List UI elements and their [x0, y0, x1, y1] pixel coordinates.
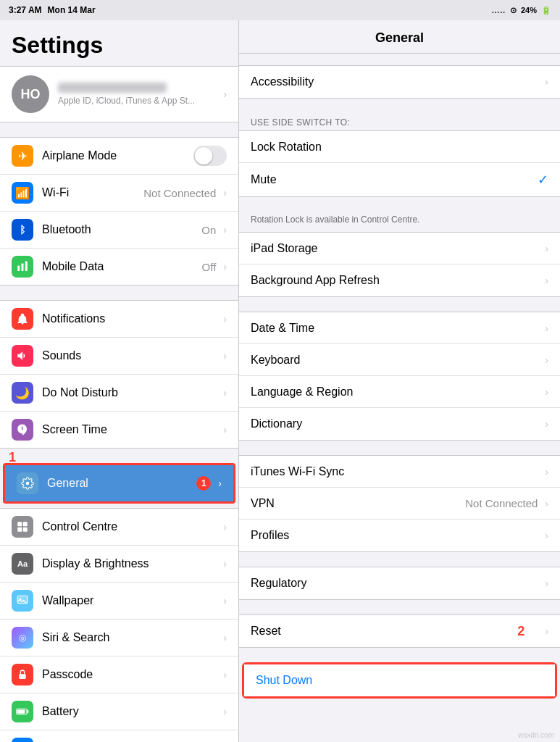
avatar: HO [12, 75, 49, 113]
battery: 24% [521, 6, 537, 14]
siri-icon: ◎ [12, 627, 33, 649]
general-label: General [47, 477, 196, 490]
sidebar-item-passcode[interactable]: Passcode › [0, 656, 238, 693]
ipadstorage-label: iPad Storage [251, 242, 542, 255]
time: 3:27 AM [9, 5, 42, 15]
status-bar-right: ..... ⊙ 24% 🔋 [492, 6, 551, 15]
sidebar-item-display[interactable]: Aa Display & Brightness › [0, 546, 238, 583]
wifi-icon: 📶 [12, 182, 33, 204]
reset-chevron: › [545, 625, 548, 637]
sidebar-item-battery[interactable]: Battery › [0, 693, 238, 730]
sidebar-item-mobiledata[interactable]: Mobile Data Off › [0, 249, 238, 285]
battery-icon: 🔋 [541, 6, 551, 15]
general-group: General 1 › [3, 463, 235, 504]
left-panel: Settings HO Apple ID, iCloud, iTunes & A… [0, 20, 239, 742]
shutdown-label[interactable]: Shut Down [256, 674, 543, 687]
regulatory-group: Regulatory › [239, 567, 560, 600]
accessibility-chevron: › [545, 76, 548, 88]
side-switch-group: Lock Rotation Mute ✓ [239, 130, 560, 197]
right-item-vpn[interactable]: VPN Not Connected › [239, 488, 560, 520]
svg-rect-5 [23, 522, 28, 526]
wifi-value: Not Connected [143, 187, 216, 199]
screentime-label: Screen Time [42, 423, 220, 436]
sidebar-item-wifi[interactable]: 📶 Wi-Fi Not Connected › [0, 175, 238, 212]
signal-icon: ..... [492, 7, 506, 14]
sidebar-item-sounds[interactable]: Sounds › [0, 338, 238, 375]
spacer [239, 54, 560, 65]
language-label: Language & Region [251, 385, 542, 399]
svg-rect-0 [17, 266, 20, 272]
right-item-mute[interactable]: Mute ✓ [239, 163, 560, 196]
general-chevron: › [218, 478, 222, 489]
svg-rect-4 [17, 522, 22, 526]
notifications-label: Notifications [42, 312, 220, 325]
profile-info: Apple ID, iCloud, iTunes & App St... [58, 83, 212, 106]
right-item-language[interactable]: Language & Region › [239, 376, 560, 408]
bluetooth-chevron: › [223, 224, 227, 235]
ituneswifisync-label: iTunes Wi-Fi Sync [251, 465, 542, 478]
rotation-note: Rotation Lock is available in Control Ce… [239, 212, 560, 232]
status-bar-left: 3:27 AM Mon 14 Mar [9, 5, 96, 15]
notifications-chevron: › [223, 313, 227, 325]
regulatory-chevron: › [545, 578, 548, 589]
datetime-label: Date & Time [251, 322, 542, 335]
profile-row[interactable]: HO Apple ID, iCloud, iTunes & App St... … [0, 66, 238, 122]
regulatory-label: Regulatory [251, 577, 542, 590]
mute-checkmark: ✓ [538, 172, 548, 188]
notifications-group: Notifications › Sounds › 🌙 Do Not Distur… [0, 300, 238, 449]
sidebar-item-wallpaper[interactable]: Wallpaper › [0, 583, 238, 620]
right-item-ituneswifisync[interactable]: iTunes Wi-Fi Sync › [239, 456, 560, 488]
itunes-group: iTunes Wi-Fi Sync › VPN Not Connected › … [239, 455, 560, 552]
svg-point-3 [26, 482, 30, 485]
sidebar-item-siri[interactable]: ◎ Siri & Search › [0, 620, 238, 656]
wallpaper-chevron: › [223, 595, 227, 606]
sidebar-item-privacy[interactable]: Privacy › [0, 730, 238, 742]
sidebar-item-notifications[interactable]: Notifications › [0, 301, 238, 338]
side-switch-label: USE SIDE SWITCH TO: [239, 113, 560, 130]
sidebar-item-donotdisturb[interactable]: 🌙 Do Not Disturb › [0, 375, 238, 412]
right-header: General [239, 20, 560, 54]
controlcentre-label: Control Centre [42, 520, 220, 533]
right-item-keyboard[interactable]: Keyboard › [239, 344, 560, 376]
right-item-profiles[interactable]: Profiles › [239, 520, 560, 551]
passcode-label: Passcode [42, 668, 220, 681]
wallpaper-icon [12, 590, 33, 612]
general-icon [17, 472, 38, 494]
sidebar-item-bluetooth[interactable]: ᛒ Bluetooth On › [0, 212, 238, 249]
right-item-regulatory[interactable]: Regulatory › [239, 567, 560, 599]
mobiledata-chevron: › [223, 261, 227, 272]
accessibility-label: Accessibility [251, 75, 542, 88]
privacy-icon [12, 738, 33, 742]
sounds-icon [12, 345, 33, 367]
keyboard-label: Keyboard [251, 354, 542, 367]
mobiledata-icon [12, 256, 33, 278]
right-item-ipadstorage[interactable]: iPad Storage › [239, 233, 560, 264]
sidebar-item-screentime[interactable]: Screen Time › [0, 412, 238, 448]
right-item-reset[interactable]: Reset 2 › [239, 615, 560, 647]
right-item-datetime[interactable]: Date & Time › [239, 312, 560, 344]
vpn-value: Not Connected [465, 497, 538, 509]
sidebar-item-general[interactable]: General 1 › [5, 465, 233, 501]
general-group-wrapper: 1 General 1 › [0, 463, 238, 518]
main-container: Settings HO Apple ID, iCloud, iTunes & A… [0, 20, 560, 742]
wifi-chevron: › [223, 187, 227, 199]
wifi-icon: ⊙ [510, 6, 517, 15]
right-item-backgroundrefresh[interactable]: Background App Refresh › [239, 264, 560, 296]
display-icon: Aa [12, 553, 33, 575]
watermark: wsxdn.com [518, 731, 554, 739]
sidebar-item-airplane[interactable]: ✈ Airplane Mode [0, 138, 238, 175]
right-item-accessibility[interactable]: Accessibility › [239, 66, 560, 98]
sounds-label: Sounds [42, 349, 220, 362]
settings-title: Settings [0, 20, 238, 66]
siri-label: Siri & Search [42, 631, 220, 644]
vpn-label: VPN [251, 497, 465, 510]
airplane-toggle[interactable] [193, 146, 227, 166]
right-item-lockrotation[interactable]: Lock Rotation [239, 131, 560, 163]
svg-rect-14 [17, 709, 25, 713]
language-chevron: › [545, 386, 548, 398]
right-panel: General Accessibility › USE SIDE SWITCH … [239, 20, 560, 742]
airplane-label: Airplane Mode [42, 149, 193, 162]
backgroundrefresh-label: Background App Refresh [251, 274, 542, 287]
right-item-dictionary[interactable]: Dictionary › [239, 408, 560, 440]
shutdown-item[interactable]: Shut Down [244, 664, 555, 696]
